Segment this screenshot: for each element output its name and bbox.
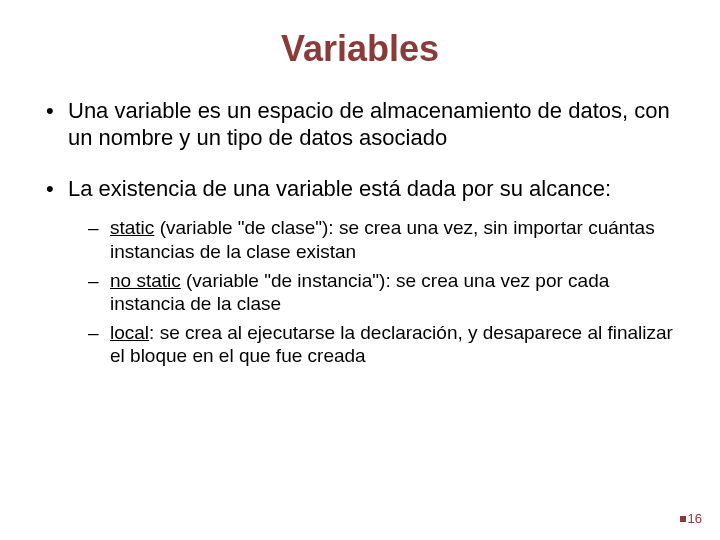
bullet-list: Una variable es un espacio de almacenami… (40, 98, 680, 368)
sub-rest: (variable "de instancia"): se crea una v… (110, 270, 609, 314)
list-item-text: La existencia de una variable está dada … (68, 176, 611, 201)
page-number: 16 (680, 511, 702, 526)
sub-list: static (variable "de clase"): se crea un… (68, 216, 680, 367)
list-item: La existencia de una variable está dada … (40, 176, 680, 368)
bullet-square-icon (680, 516, 686, 522)
sub-term: no static (110, 270, 181, 291)
list-item: Una variable es un espacio de almacenami… (40, 98, 680, 152)
sub-list-item: static (variable "de clase"): se crea un… (88, 216, 680, 262)
page-number-text: 16 (688, 511, 702, 526)
sub-list-item: local: se crea al ejecutarse la declarac… (88, 321, 680, 367)
slide-title: Variables (40, 28, 680, 70)
sub-rest: (variable "de clase"): se crea una vez, … (110, 217, 655, 261)
sub-term: local (110, 322, 149, 343)
list-item-text: Una variable es un espacio de almacenami… (68, 98, 670, 150)
sub-list-item: no static (variable "de instancia"): se … (88, 269, 680, 315)
sub-rest: : se crea al ejecutarse la declaración, … (110, 322, 673, 366)
sub-term: static (110, 217, 154, 238)
